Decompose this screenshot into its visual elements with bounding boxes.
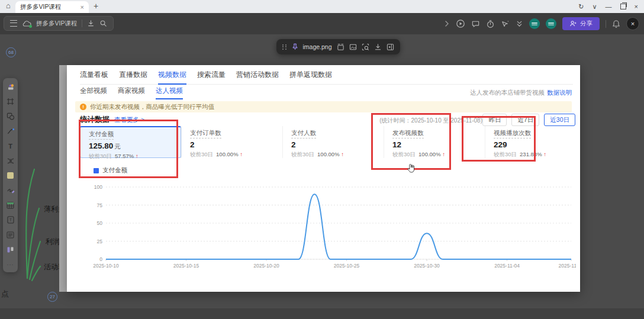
sticky-note-tool-icon[interactable] [3, 168, 18, 183]
stats-title: 统计数据 [80, 115, 110, 125]
warning-icon: ! [80, 104, 86, 110]
home-icon[interactable]: ⌂ [6, 1, 11, 10]
card-published-videos[interactable]: 发布视频数 12 较前30日100.00% ↑ [384, 126, 485, 158]
pin-icon[interactable] [292, 43, 298, 50]
card-value: 2 [190, 140, 195, 149]
card-label: 支付订单数 [190, 129, 221, 138]
user-avatar[interactable]: × [626, 17, 639, 30]
nav-tab-marketing-data[interactable]: 营销活动数据 [236, 70, 279, 80]
canvas-corner-label: 点 [1, 289, 9, 299]
image-viewer-toolbar: image.png [276, 39, 400, 54]
cloud-sync-icon [22, 20, 31, 27]
dashboard-sub-tabs: 全部视频 商家视频 达人视频 [80, 86, 183, 99]
present-play-icon[interactable] [456, 19, 465, 28]
text-tool-icon[interactable]: T [3, 138, 18, 153]
card-value: 125.80 [89, 141, 113, 150]
up-arrow-icon: ↑ [136, 153, 139, 159]
svg-text:T: T [9, 218, 12, 222]
collaborator-avatar-2[interactable] [546, 18, 556, 29]
double-chevron-down-icon[interactable] [516, 20, 523, 28]
replace-image-icon[interactable] [349, 43, 357, 51]
range-30d-button[interactable]: 近30日 [544, 114, 575, 126]
screen: ⌂ 拼多多VIP课程 × + ↻ ∨ — × 拼多多VIP课程 [0, 0, 644, 319]
chart-legend: 支付金额 [94, 166, 127, 175]
card-compare-label: 较前30日 [89, 153, 112, 159]
card-paying-users[interactable]: 支付人数 2 较前30日100.00% ↑ [282, 126, 384, 158]
layout-frame-icon[interactable] [337, 43, 344, 51]
menu-icon[interactable] [10, 20, 17, 27]
data-explanation-link[interactable]: 数据说明 [547, 89, 572, 96]
whiteboard-canvas[interactable]: 68 27 点 薄利多销 利润为主 活动玩法 T [0, 34, 644, 319]
frame-tool-icon[interactable] [3, 94, 18, 109]
pen-tool-icon[interactable] [3, 183, 18, 198]
open-panel-icon[interactable] [387, 43, 394, 51]
tab-close-icon[interactable]: × [80, 4, 84, 11]
collaborator-avatar-1[interactable] [529, 18, 540, 29]
share-button[interactable]: 分享 [562, 17, 600, 30]
table-tool-icon[interactable] [3, 198, 18, 212]
connector-tool-icon[interactable] [3, 124, 18, 138]
share-label: 分享 [580, 20, 593, 28]
maximize-button[interactable] [620, 4, 626, 9]
mindmap-tool-icon[interactable] [3, 153, 18, 168]
chevron-right-icon[interactable] [444, 20, 450, 27]
download-icon[interactable] [87, 20, 95, 27]
card-paid-orders[interactable]: 支付订单数 2 较前30日100.00% ↑ [181, 126, 282, 158]
canvas-badge-top[interactable]: 68 [6, 47, 16, 57]
card-payment-amount[interactable]: 支付金额 125.80元 较前30日57.57% ↑ [80, 126, 181, 158]
svg-text:2025-10-10: 2025-10-10 [93, 263, 119, 269]
template-tool-icon[interactable] [3, 79, 18, 94]
card-value: 2 [291, 140, 296, 149]
document-tool-icon[interactable]: T [3, 212, 18, 227]
sync-status-dot [29, 25, 32, 28]
more-tools-icon[interactable]: ··· [3, 257, 18, 272]
download-image-icon[interactable] [374, 43, 382, 51]
svg-text:100: 100 [94, 184, 102, 190]
card-video-plays[interactable]: 视频播放次数 229 较前30日231.88% ↑ [485, 126, 586, 158]
nav-tab-live-data[interactable]: 直播数据 [119, 70, 147, 80]
nav-tab-traffic-board[interactable]: 流量看板 [80, 70, 108, 80]
svg-text:2025-10-15: 2025-10-15 [173, 263, 199, 269]
zoom-selection-icon[interactable] [362, 43, 369, 51]
chevron-down-icon[interactable]: ∨ [593, 4, 597, 10]
timer-icon[interactable] [486, 20, 495, 28]
browser-tab[interactable]: 拼多多VIP课程 × [15, 1, 89, 13]
card-change: 57.57% [115, 153, 134, 159]
nav-tab-group-rebate-data[interactable]: 拼单返现数据 [289, 70, 332, 80]
range-yesterday-button[interactable]: 昨日 [482, 114, 507, 126]
card-label: 支付人数 [291, 129, 316, 138]
close-button[interactable]: × [635, 4, 638, 10]
laser-pointer-icon[interactable] [501, 20, 510, 28]
drag-handle-icon[interactable] [282, 44, 287, 50]
refresh-icon[interactable]: ↻ [578, 4, 584, 10]
sub-tab-influencer-videos[interactable]: 达人视频 [156, 86, 183, 99]
new-tab-button[interactable]: + [94, 1, 98, 11]
shapes-tool-icon[interactable] [3, 109, 18, 124]
sub-tab-merchant-videos[interactable]: 商家视频 [118, 86, 145, 99]
image-filename: image.png [303, 43, 332, 50]
dashboard-image: 流量看板 直播数据 视频数据 搜索流量 营销活动数据 拼单返现数据 全部视频 商… [67, 65, 580, 292]
browser-tab-strip: ⌂ 拼多多VIP课程 × + ↻ ∨ — × [0, 0, 644, 13]
svg-text:0: 0 [99, 256, 102, 262]
search-icon[interactable] [99, 20, 107, 27]
notification-bell-icon[interactable] [612, 20, 620, 28]
canvas-badge-bottom[interactable]: 27 [47, 292, 57, 302]
warning-text: 你近期未发布视频，商品曝光低于同行平均值 [90, 103, 214, 111]
nav-tab-search-traffic[interactable]: 搜索流量 [197, 70, 226, 80]
svg-text:2025-11-04: 2025-11-04 [494, 263, 520, 269]
kanban-tool-icon[interactable] [3, 242, 18, 257]
svg-text:2025-10-20: 2025-10-20 [253, 263, 279, 269]
card-label: 发布视频数 [392, 129, 424, 138]
comment-icon[interactable] [471, 20, 480, 28]
legend-swatch [94, 168, 99, 173]
legend-label: 支付金额 [102, 166, 127, 175]
range-7d-button[interactable]: 近7日 [511, 114, 539, 126]
payment-trend-chart: 02550751002025-10-102025-10-152025-10-20… [85, 178, 576, 271]
list-tool-icon[interactable] [3, 227, 18, 242]
sub-tab-all-videos[interactable]: 全部视频 [80, 86, 107, 99]
nav-tab-video-data[interactable]: 视频数据 [158, 70, 186, 85]
view-more-link[interactable]: 查看更多 > [114, 116, 144, 124]
minimize-button[interactable]: — [606, 4, 612, 10]
board-title: 拼多多VIP课程 [36, 20, 77, 28]
tool-panel: T T ··· [3, 78, 18, 272]
